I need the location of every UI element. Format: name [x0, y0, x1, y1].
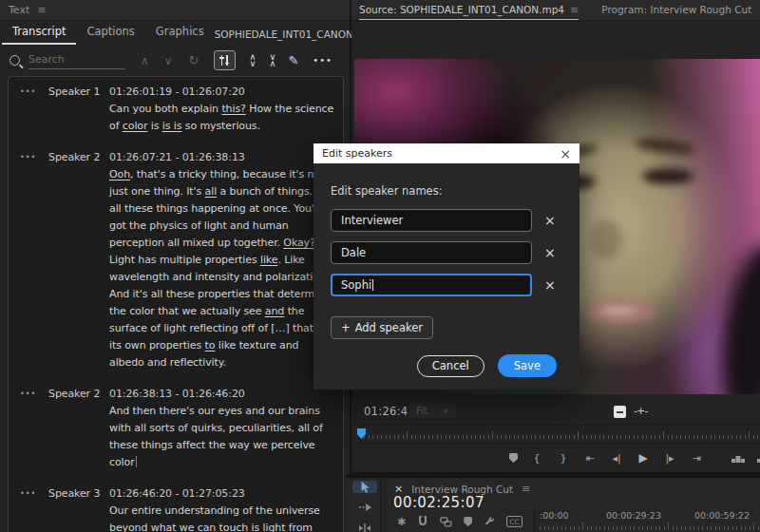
tab-captions[interactable]: Captions	[76, 21, 144, 45]
ruler-tick	[544, 526, 545, 530]
segment-text[interactable]: And then there's our eyes and our brains…	[109, 403, 335, 471]
timeline-time-ruler[interactable]	[540, 523, 760, 532]
step-forward-icon[interactable]: |▸	[662, 452, 677, 465]
step-back-icon[interactable]: ◂|	[609, 452, 624, 465]
zoom-level-select[interactable]: Fit ∨	[408, 403, 456, 418]
ruler-tick	[505, 435, 506, 439]
chevron-down-icon: ∨	[443, 407, 448, 415]
ruler-tick	[553, 526, 554, 530]
ruler-tick	[724, 526, 725, 530]
video-subject-detail	[642, 168, 693, 184]
ruler-tick	[488, 435, 489, 439]
text-panel-tab[interactable]: Text	[9, 4, 29, 16]
edit-pencil-icon[interactable]: ✎	[288, 54, 298, 66]
timeline-ruler-ticks	[540, 522, 760, 530]
ruler-tick	[617, 526, 618, 530]
expand-segments-icon[interactable]: ∧ ∨	[250, 54, 256, 66]
add-marker-icon[interactable]	[464, 517, 472, 526]
ruler-tick	[723, 435, 724, 439]
speaker-name-input[interactable]: Dale	[331, 241, 532, 264]
segment-speaker-label[interactable]: Speaker 2	[48, 149, 109, 371]
add-marker-icon[interactable]	[509, 453, 518, 463]
close-icon[interactable]: ×	[560, 147, 571, 161]
captions-track-icon[interactable]: CC	[506, 516, 522, 527]
segment-menu-icon[interactable]: •••	[20, 149, 48, 371]
insert-icon[interactable]	[731, 452, 746, 464]
track-select-tool-button[interactable]	[358, 498, 372, 516]
next-match-icon[interactable]: ∨	[164, 55, 173, 66]
search-input[interactable]	[28, 51, 125, 69]
go-to-out-icon[interactable]: ⇥	[689, 452, 704, 465]
previous-match-icon[interactable]: ∧	[141, 55, 149, 66]
linked-selection-icon[interactable]	[440, 517, 452, 527]
retranscribe-icon[interactable]: ↻	[189, 54, 200, 66]
transcript-list[interactable]: •••Speaker 101:26:01:19 - 01:26:07:20Can…	[8, 76, 344, 532]
transcript-segment[interactable]: •••Speaker 301:26:46:20 - 01:27:05:23Our…	[20, 485, 343, 532]
ruler-tick	[540, 435, 541, 439]
save-button[interactable]: Save	[498, 354, 557, 377]
segment-text[interactable]: Ooh, that's a tricky thing, because it's…	[109, 166, 335, 371]
transport-controls: { } ⇤ ◂| ▶ |▸ ⇥	[352, 443, 760, 472]
segment-menu-icon[interactable]: •••	[20, 485, 48, 532]
tab-graphics[interactable]: Graphics	[145, 21, 215, 45]
ruler-tick	[741, 526, 742, 530]
go-to-in-icon[interactable]: ⇤	[582, 452, 598, 465]
segment-speaker-label[interactable]: Speaker 2	[48, 386, 109, 471]
collapse-segments-icon[interactable]: ∨ ∧	[269, 54, 276, 66]
video-subject-detail	[590, 219, 622, 259]
cancel-button[interactable]: Cancel	[417, 355, 484, 377]
segment-menu-icon[interactable]: •••	[20, 84, 48, 135]
tab-transcript[interactable]: Transcript	[2, 21, 76, 45]
play-icon[interactable]: ▶	[636, 451, 651, 465]
ruler-tick	[728, 435, 729, 439]
transcript-toolbar: ∧ ∨ ↻ ∧ ∨ ∨ ∧ ✎ •••	[0, 45, 350, 76]
tab-program-monitor[interactable]: Program: Interview Rough Cut	[601, 0, 751, 20]
ruler-tick	[548, 435, 549, 439]
ruler-tick	[565, 526, 566, 530]
snap-magnet-icon[interactable]	[417, 516, 428, 527]
transcript-segment[interactable]: •••Speaker 201:26:07:21 - 01:26:38:13Ooh…	[20, 149, 343, 371]
segment-menu-icon[interactable]: •••	[20, 386, 48, 471]
mark-in-icon[interactable]: {	[529, 452, 544, 465]
ruler-tick	[715, 526, 716, 530]
segment-speaker-label[interactable]: Speaker 3	[48, 485, 109, 532]
ruler-tick	[548, 526, 549, 530]
ruler-tick	[552, 435, 553, 439]
nest-toggle-icon[interactable]: ✱	[397, 516, 406, 528]
transcript-segment[interactable]: •••Speaker 201:26:38:13 - 01:26:46:20And…	[20, 386, 343, 471]
ripple-edit-tool-button[interactable]	[358, 521, 371, 532]
dialog-header[interactable]: Edit speakers ×	[314, 143, 580, 163]
segment-text[interactable]: Can you both explain this? How the scien…	[109, 101, 335, 135]
remove-speaker-button[interactable]: ×	[544, 278, 556, 292]
source-time-ruler[interactable]	[354, 425, 760, 441]
panel-menu-icon[interactable]: ≡	[37, 4, 46, 16]
transcript-segment[interactable]: •••Speaker 101:26:01:19 - 01:26:07:20Can…	[20, 84, 343, 135]
dialog-body: Edit speaker names: Interviewer×Dale×Sop…	[314, 163, 580, 390]
speaker-name-input[interactable]: Interviewer	[331, 209, 532, 232]
panel-menu-icon[interactable]: ≡	[522, 483, 530, 495]
more-options-icon[interactable]: •••	[313, 56, 332, 66]
segment-timecode: 01:26:01:19 - 01:26:07:20	[109, 84, 343, 101]
ruler-tick	[630, 526, 631, 530]
ruler-tick	[603, 435, 604, 439]
ruler-tick	[638, 526, 639, 530]
ruler-tick	[466, 435, 467, 439]
overwrite-icon[interactable]	[755, 452, 760, 464]
ruler-tick	[390, 435, 390, 439]
add-speaker-button[interactable]: + Add speaker	[331, 316, 433, 339]
segment-text[interactable]: Our entire understanding of the universe…	[109, 503, 335, 532]
tab-source-monitor[interactable]: Source: SOPHIEDALE_INT01_CANON.mp4 ≡	[359, 0, 579, 20]
mark-out-icon[interactable]: }	[556, 452, 571, 465]
speaker-name-input[interactable]: Sophi	[331, 274, 532, 296]
selection-tool-button[interactable]	[352, 481, 377, 493]
button-editor-icon[interactable]: -+-	[634, 405, 647, 417]
timeline-settings-wrench-icon[interactable]	[484, 516, 495, 527]
ruler-tick	[578, 431, 579, 439]
pause-autoscroll-toggle[interactable]	[214, 50, 236, 70]
ruler-tick	[497, 435, 498, 439]
segment-speaker-label[interactable]: Speaker 1	[48, 84, 109, 135]
panel-menu-icon[interactable]: ≡	[570, 4, 579, 16]
remove-speaker-button[interactable]: ×	[544, 214, 556, 227]
remove-speaker-button[interactable]: ×	[544, 246, 556, 259]
monitor-settings-icon[interactable]	[614, 406, 626, 418]
